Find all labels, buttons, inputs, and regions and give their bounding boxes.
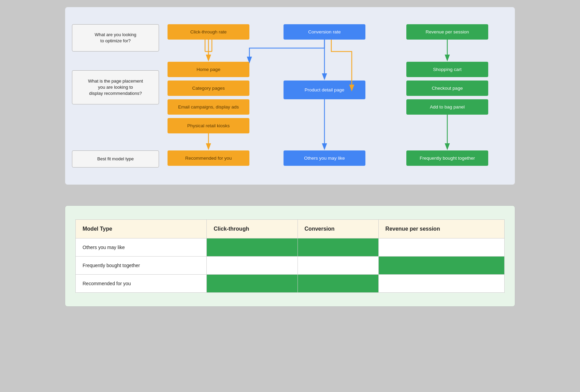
physical-retail-box: Physical retail kiosks xyxy=(168,118,249,133)
cell-conversion xyxy=(298,275,378,293)
row-label: Frequently bought together xyxy=(76,257,207,275)
add-to-bag-box: Add to bag panel xyxy=(406,99,488,115)
recommended-for-you-box: Recommended for you xyxy=(168,150,249,166)
frequently-bought-box: Frequently bought together xyxy=(406,150,488,166)
cell-revenue xyxy=(378,275,504,293)
model-type-label: Best fit model type xyxy=(72,150,159,168)
others-you-may-like-box: Others you may like xyxy=(284,150,365,166)
table-row: Others you may like xyxy=(76,238,505,257)
category-pages-box: Category pages xyxy=(168,81,249,96)
table-header-revenue: Revenue per session xyxy=(378,220,504,238)
checkout-page-box: Checkout page xyxy=(406,81,488,96)
home-page-box: Home page xyxy=(168,62,249,77)
email-campaigns-box: Email campaigns, display ads xyxy=(168,99,249,115)
diagram-container: What are you looking to optimize for? Wh… xyxy=(65,7,515,185)
cell-click_through xyxy=(207,238,298,257)
shopping-cart-box: Shopping cart xyxy=(406,62,488,77)
cell-conversion xyxy=(298,238,378,257)
cell-click_through xyxy=(207,275,298,293)
placement-label-box: What is the page placement you are looki… xyxy=(72,70,159,104)
cell-revenue xyxy=(378,257,504,275)
table-row: Frequently bought together xyxy=(76,257,505,275)
optimize-label-box: What are you looking to optimize for? xyxy=(72,24,159,52)
table-header-conversion: Conversion xyxy=(298,220,378,238)
model-type-label-box: Best fit model type xyxy=(72,150,159,168)
table-container: Model Type Click-through Conversion Reve… xyxy=(65,205,515,307)
model-table: Model Type Click-through Conversion Reve… xyxy=(75,219,505,293)
revenue-per-session-box: Revenue per session xyxy=(406,24,488,40)
product-detail-box: Product detail page xyxy=(284,81,365,99)
conversion-rate-box: Conversion rate xyxy=(284,24,365,40)
placement-label: What is the page placement you are looki… xyxy=(72,70,159,104)
cell-conversion xyxy=(298,257,378,275)
cell-click_through xyxy=(207,257,298,275)
table-header-click-through: Click-through xyxy=(207,220,298,238)
cell-revenue xyxy=(378,238,504,257)
optimize-label: What are you looking to optimize for? xyxy=(72,24,159,52)
row-label: Others you may like xyxy=(76,238,207,257)
row-label: Recommended for you xyxy=(76,275,207,293)
click-through-rate-box: Click-through rate xyxy=(168,24,249,40)
table-header-model-type: Model Type xyxy=(76,220,207,238)
table-row: Recommended for you xyxy=(76,275,505,293)
